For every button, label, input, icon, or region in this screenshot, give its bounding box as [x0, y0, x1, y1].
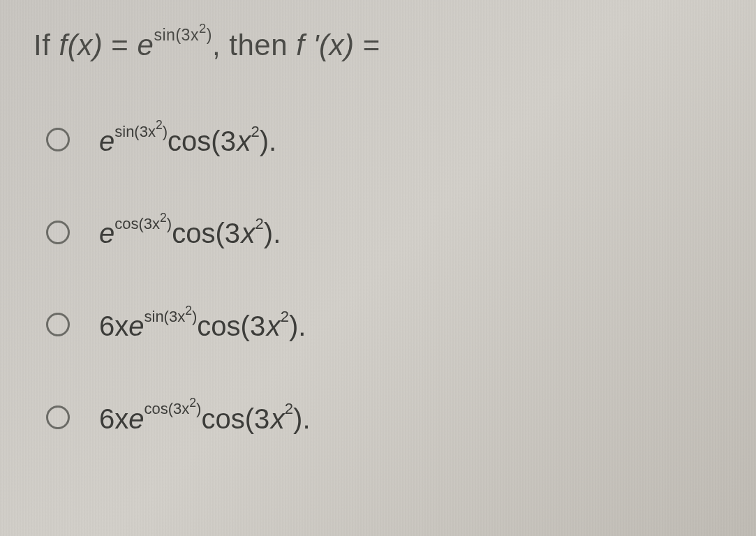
option-2[interactable]: ecos(3x2)cos(3x2).	[46, 217, 742, 247]
options-group: esin(3x2)cos(3x2). ecos(3x2)cos(3x2). 6x…	[34, 125, 742, 433]
option-1[interactable]: esin(3x2)cos(3x2).	[46, 125, 742, 155]
question-exponent: sin(3x2)	[154, 26, 212, 44]
option-1-exponent: sin(3x2)	[114, 123, 168, 140]
option-2-exponent: cos(3x2)	[114, 215, 172, 232]
option-4-expression: 6xecos(3x2)cos(3x2).	[99, 403, 311, 433]
question-stem: If f(x) = esin(3x2), then f '(x) =	[34, 27, 742, 62]
option-1-expression: esin(3x2)cos(3x2).	[99, 125, 276, 155]
question-eq1: =	[103, 29, 137, 61]
option-2-expression: ecos(3x2)cos(3x2).	[99, 217, 281, 247]
question-mid: , then	[212, 29, 296, 61]
radio-icon[interactable]	[46, 128, 70, 151]
question-eq2: =	[355, 29, 380, 61]
question-e: e	[138, 29, 154, 61]
question-fpx: f '(x)	[296, 29, 354, 61]
option-4-exponent: cos(3x2)	[144, 400, 202, 417]
radio-icon[interactable]	[46, 313, 70, 336]
option-3-exponent: sin(3x2)	[144, 308, 198, 325]
question-prefix: If	[34, 29, 59, 61]
option-4[interactable]: 6xecos(3x2)cos(3x2).	[46, 403, 742, 433]
option-3-expression: 6xesin(3x2)cos(3x2).	[99, 310, 306, 340]
radio-icon[interactable]	[46, 405, 70, 429]
option-3[interactable]: 6xesin(3x2)cos(3x2).	[46, 310, 742, 340]
radio-icon[interactable]	[46, 221, 70, 244]
question-fx: f(x)	[59, 29, 103, 61]
